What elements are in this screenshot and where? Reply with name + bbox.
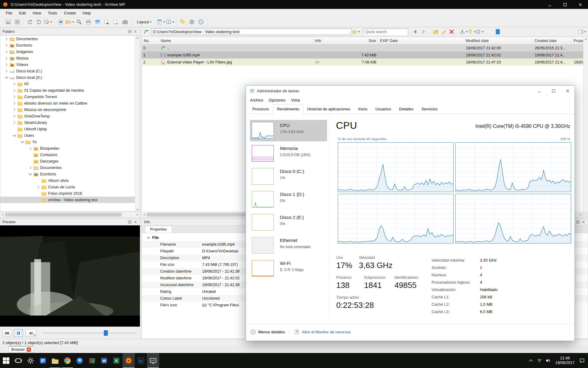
delete-button[interactable] xyxy=(447,29,455,35)
perf-sidebar-disco-0-c-[interactable]: Disco 0 (C:) 1% xyxy=(250,166,327,189)
tree-item[interactable]: Descargas xyxy=(0,158,140,164)
tab-detalles[interactable]: Detalles xyxy=(395,104,417,114)
find-button[interactable] xyxy=(74,18,84,26)
tm-menu-opciones[interactable]: Opciones xyxy=(266,97,288,104)
tab-inicio[interactable]: Inicio xyxy=(354,104,371,114)
layout-button[interactable]: Layout xyxy=(134,18,155,25)
quick-search-box[interactable] xyxy=(364,29,408,35)
favorites-button[interactable] xyxy=(352,29,360,35)
edit-button[interactable] xyxy=(43,18,53,26)
taskbar-word-button[interactable]: W xyxy=(98,353,110,368)
address-dropdown-icon[interactable]: ⌄ xyxy=(347,30,352,33)
tab-browser[interactable]: Browser ✕ xyxy=(9,346,34,353)
minimize-button[interactable] xyxy=(542,0,557,9)
tree-item[interactable]: xnView - Video stuttering test xyxy=(0,197,140,203)
tag-button[interactable] xyxy=(178,18,187,26)
scroll-up-arrow[interactable] xyxy=(583,37,588,42)
export-button[interactable] xyxy=(460,29,468,35)
tab-servicios[interactable]: Servicios xyxy=(417,104,442,114)
menu-help[interactable]: Help xyxy=(79,10,94,17)
file-row[interactable]: 1example.h265.mp47.43 MiB19/06/2017 21:4… xyxy=(141,52,588,59)
tree-item[interactable]: Escritorio xyxy=(0,171,140,177)
tree-item[interactable]: Ubisoft Uplay xyxy=(0,126,140,132)
forward-button[interactable] xyxy=(419,29,427,35)
hidden-icons-button[interactable] xyxy=(526,353,535,368)
task-manager-titlebar[interactable]: Administrador de tareas xyxy=(246,86,575,96)
column-header-created-date[interactable]: Created date xyxy=(533,37,572,44)
close-button[interactable] xyxy=(560,86,575,96)
tree-item[interactable]: Contactos xyxy=(0,151,140,158)
pages-button[interactable] xyxy=(156,18,165,26)
taskbar-lightroom-button[interactable]: Lr xyxy=(135,353,147,368)
tree-item[interactable]: Vídeos xyxy=(0,61,140,68)
tab-usuarios[interactable]: Usuarios xyxy=(371,104,395,114)
perf-sidebar-ethernet[interactable]: Ethernet No está conectado xyxy=(250,235,327,258)
taskbar-explorer-button[interactable] xyxy=(49,353,61,368)
move-button[interactable] xyxy=(111,18,120,26)
playback-slider[interactable] xyxy=(42,329,137,337)
new-folder-button[interactable] xyxy=(432,29,439,35)
tree-item[interactable]: Documentos xyxy=(0,164,140,171)
scroll-left-arrow[interactable] xyxy=(0,212,5,217)
tree-item[interactable]: Compartido Torrent xyxy=(0,94,140,100)
tm-menu-archivo[interactable]: Archivo xyxy=(247,97,266,104)
volume-button[interactable] xyxy=(25,329,36,337)
gear-button[interactable] xyxy=(187,18,196,26)
taskbar-excel-button[interactable]: X xyxy=(110,353,123,368)
column-header-info[interactable]: Info xyxy=(313,37,361,44)
file-row[interactable]: 0..19/06/2017 21:42:0026/05/2015 21:3... xyxy=(141,44,588,52)
taskbar-settings-button[interactable] xyxy=(24,353,37,368)
taskbar-chrome-button[interactable] xyxy=(61,353,74,368)
column-header-modified-date[interactable]: Modified date xyxy=(464,37,533,44)
taskbar-start-button[interactable] xyxy=(0,353,12,368)
fullscreen-button[interactable] xyxy=(13,18,22,26)
column-header-exif-date[interactable]: EXIF Date xyxy=(378,37,464,44)
tree-item[interactable]: OneDriveTemp xyxy=(0,113,140,119)
tree-item[interactable]: Album silvia xyxy=(0,177,140,184)
scroll-left-arrow[interactable] xyxy=(142,212,147,217)
go-up-icon[interactable] xyxy=(143,29,149,35)
close-button[interactable] xyxy=(573,0,588,9)
rotate-left-button[interactable] xyxy=(25,18,34,26)
tree-item[interactable]: Disco local (C:) xyxy=(0,68,140,74)
scrollbar-thumb[interactable] xyxy=(5,213,122,217)
scroll-right-arrow[interactable] xyxy=(135,212,140,217)
action-center-button[interactable] xyxy=(578,353,586,368)
tree-item[interactable]: Imágenes xyxy=(0,48,140,55)
scroll-up-arrow[interactable] xyxy=(135,36,140,40)
view-grid-button[interactable] xyxy=(476,29,484,35)
tree-item[interactable]: Música xyxy=(0,55,140,61)
print-button[interactable] xyxy=(84,18,93,26)
menu-create[interactable]: Create xyxy=(61,10,79,17)
taskbar-thunderbird-button[interactable] xyxy=(74,353,86,368)
slider-thumb[interactable] xyxy=(104,330,108,336)
filter-button[interactable] xyxy=(468,29,476,35)
perf-sidebar-cpu[interactable]: CPU 17% 3,63 GHz xyxy=(250,120,327,143)
back-button[interactable] xyxy=(411,29,419,35)
taskbar-xnview-button[interactable] xyxy=(123,353,135,368)
info-button[interactable]: i xyxy=(56,18,65,26)
tree-item[interactable]: 01 Copias de seguridad de mentira xyxy=(0,87,140,94)
taskbar-task-view-button[interactable] xyxy=(12,353,24,368)
maximize-button[interactable] xyxy=(557,0,573,9)
menu-file[interactable]: File xyxy=(2,10,16,17)
maximize-button[interactable] xyxy=(546,86,560,96)
dock-panel-icon[interactable] xyxy=(128,29,132,34)
folders-horizontal-scrollbar[interactable] xyxy=(0,212,140,218)
taskbar-news-button[interactable] xyxy=(37,353,49,368)
dock-panel-icon[interactable] xyxy=(128,220,132,224)
tree-item[interactable]: Música sin descomprimir xyxy=(0,106,140,113)
menu-view[interactable]: View xyxy=(29,10,44,17)
folders-vertical-scrollbar[interactable] xyxy=(135,36,140,212)
tab-procesos[interactable]: Procesos xyxy=(248,104,273,114)
column-header-no-[interactable]: No. xyxy=(142,37,159,44)
menu-tools[interactable]: Tools xyxy=(44,10,60,17)
perf-sidebar-wi-fi[interactable]: Wi-Fi E: 0 R: 0 Kbps xyxy=(250,258,327,281)
tree-item[interactable]: 00 xyxy=(0,81,140,87)
tree-item[interactable]: Fotos imprimir 2016 xyxy=(0,190,140,197)
wifi-tray-button[interactable] xyxy=(535,353,544,368)
panel-layout-button[interactable] xyxy=(578,29,586,35)
about-button[interactable]: i xyxy=(196,18,205,26)
copy-button[interactable] xyxy=(102,18,111,26)
volume-tray-button[interactable] xyxy=(544,353,552,368)
